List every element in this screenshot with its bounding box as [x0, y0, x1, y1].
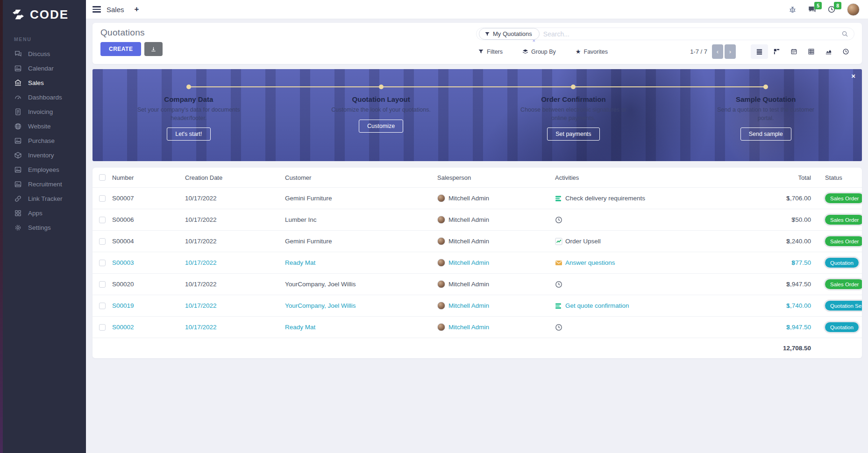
step-description: Choose between electronic signatures or … — [519, 106, 627, 122]
table-row[interactable]: S00020 10/17/2022 YourCompany, Joel Will… — [92, 273, 862, 295]
row-checkbox[interactable] — [99, 217, 106, 223]
cell-number: S00007 — [112, 195, 185, 202]
send-sample-button[interactable]: Send sample — [740, 127, 791, 141]
favorites-button[interactable]: ★ Favorites — [576, 48, 608, 55]
search-facet[interactable]: My Quotations × — [479, 28, 540, 40]
cell-customer: Ready Mat — [285, 259, 437, 266]
column-header-activities[interactable]: Activities — [555, 174, 740, 181]
customize-button[interactable]: Customize — [359, 120, 403, 133]
row-checkbox[interactable] — [99, 238, 106, 245]
graph-view-icon[interactable] — [820, 44, 837, 59]
remove-facet-icon[interactable]: × — [532, 38, 535, 43]
sidebar-item-website[interactable]: Website — [3, 119, 86, 134]
tasks-icon — [555, 302, 562, 310]
step-dot — [763, 85, 768, 89]
hamburger-icon[interactable] — [92, 6, 101, 13]
quotations-table: Number Creation Date Customer Salesperso… — [92, 168, 862, 358]
sidebar-item-link-tracker[interactable]: Link Tracker — [3, 191, 86, 206]
pager-next-button[interactable]: › — [725, 44, 736, 59]
row-checkbox[interactable] — [99, 195, 106, 202]
activity-view-icon[interactable] — [837, 44, 854, 59]
sidebar-item-inventory[interactable]: Inventory — [3, 148, 86, 163]
set-payments-button[interactable]: Set payments — [547, 127, 599, 141]
new-tab-button[interactable]: + — [135, 5, 139, 14]
topbar-app-name[interactable]: Sales — [107, 6, 124, 14]
magnifier-icon[interactable] — [841, 30, 848, 37]
cell-activity[interactable] — [555, 281, 740, 288]
salesperson-avatar — [437, 323, 445, 331]
cell-total: $2,947.50 — [740, 324, 813, 331]
list-view-icon[interactable] — [751, 44, 768, 59]
brand-logo[interactable]: CODE — [3, 0, 86, 29]
pager-prev-button[interactable]: ‹ — [712, 44, 723, 59]
cell-salesperson: Mitchell Admin — [448, 195, 489, 202]
create-button[interactable]: CREATE — [100, 42, 141, 56]
table-row[interactable]: S00007 10/17/2022 Gemini Furniture Mitch… — [92, 187, 862, 209]
column-header-customer[interactable]: Customer — [285, 174, 437, 181]
sidebar-item-employees[interactable]: Employees — [3, 163, 86, 177]
cell-number: S00002 — [112, 324, 185, 331]
sidebar-item-sales[interactable]: Sales — [3, 76, 86, 90]
currency-symbol: $ — [791, 259, 795, 266]
salesperson-avatar — [437, 259, 445, 267]
lets-start-button[interactable]: Let's start! — [167, 127, 210, 141]
calendar-view-icon[interactable] — [785, 44, 803, 59]
table-row[interactable]: S00019 10/17/2022 YourCompany, Joel Will… — [92, 295, 862, 316]
cell-activity[interactable]: Answer questions — [555, 259, 740, 267]
sidebar-item-discuss[interactable]: Discuss — [3, 47, 86, 61]
activity-clock-icon[interactable]: 8 — [827, 5, 836, 14]
status-badge: Sales Order — [825, 279, 862, 289]
sidebar-item-settings[interactable]: Settings — [3, 220, 86, 235]
user-avatar[interactable] — [847, 3, 860, 16]
cell-number: S00004 — [112, 238, 185, 245]
sidebar-item-calendar[interactable]: Calendar — [3, 61, 86, 76]
table-row[interactable]: S00006 10/17/2022 Lumber Inc Mitchell Ad… — [92, 209, 862, 230]
sidebar-item-apps[interactable]: Apps — [3, 206, 86, 220]
messages-icon[interactable]: 5 — [808, 5, 816, 14]
salesperson-avatar — [437, 302, 445, 310]
row-checkbox[interactable] — [99, 303, 106, 309]
table-row[interactable]: S00004 10/17/2022 Gemini Furniture Mitch… — [92, 230, 862, 252]
cell-total: $2,947.50 — [740, 281, 813, 288]
column-header-status[interactable]: Status — [813, 174, 862, 181]
funnel-icon — [478, 49, 484, 55]
column-header-number[interactable]: Number — [112, 174, 185, 181]
footer-total: 12,708.50 — [740, 345, 813, 352]
sidebar-item-label: Invoicing — [28, 108, 53, 115]
row-checkbox[interactable] — [99, 281, 106, 288]
sidebar-item-purchase[interactable]: Purchase — [3, 134, 86, 148]
sidebar-item-label: Website — [28, 123, 51, 130]
group-by-button[interactable]: Group By — [522, 49, 556, 55]
layers-icon — [522, 49, 528, 55]
search-input[interactable] — [543, 30, 838, 38]
search-bar[interactable]: My Quotations × — [476, 28, 854, 40]
favorites-label: Favorites — [584, 49, 608, 55]
kanban-view-icon[interactable] — [768, 44, 785, 59]
table-header-row: Number Creation Date Customer Salesperso… — [92, 168, 862, 187]
filters-button[interactable]: Filters — [478, 49, 503, 55]
row-checkbox[interactable] — [99, 260, 106, 266]
currency-symbol: $ — [786, 302, 790, 309]
cell-customer: Lumber Inc — [285, 216, 437, 223]
table-row[interactable]: S00002 10/17/2022 Ready Mat Mitchell Adm… — [92, 316, 862, 338]
table-row[interactable]: S00003 10/17/2022 Ready Mat Mitchell Adm… — [92, 252, 862, 273]
messages-count-badge: 5 — [814, 2, 822, 9]
export-button[interactable] — [144, 42, 163, 56]
cell-activity[interactable]: Check delivery requirements — [555, 195, 740, 202]
column-header-salesperson[interactable]: Salesperson — [437, 174, 555, 181]
sidebar-item-dashboards[interactable]: Dashboards — [3, 90, 86, 105]
cell-activity[interactable] — [555, 216, 740, 224]
cell-activity[interactable] — [555, 324, 740, 331]
column-header-total[interactable]: Total — [740, 174, 813, 181]
column-header-date[interactable]: Creation Date — [185, 174, 285, 181]
app-root: CODE MENU Discuss Calendar Sales Dashboa… — [0, 0, 868, 453]
sidebar-item-invoicing[interactable]: Invoicing — [3, 105, 86, 119]
bug-icon[interactable] — [789, 6, 797, 14]
row-checkbox[interactable] — [99, 324, 106, 331]
cell-activity[interactable]: Order Upsell — [555, 238, 740, 245]
pivot-view-icon[interactable] — [803, 44, 820, 59]
box-icon — [14, 151, 22, 159]
select-all-checkbox[interactable] — [99, 174, 106, 181]
sidebar-item-recruitment[interactable]: Recruitment — [3, 177, 86, 191]
cell-activity[interactable]: Get quote confirmation — [555, 302, 740, 310]
